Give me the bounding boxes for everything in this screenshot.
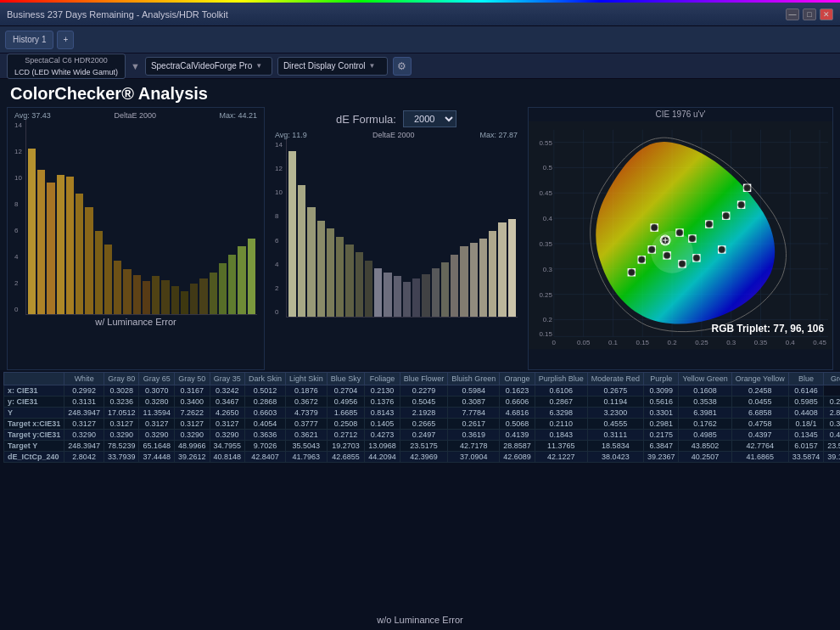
chart-right-bar bbox=[451, 255, 458, 317]
table-cell: 0.1876 bbox=[286, 385, 328, 397]
chart-left-bar bbox=[199, 278, 207, 314]
chart-right-bars bbox=[286, 139, 518, 318]
table-cell: 0.1623 bbox=[500, 385, 535, 397]
display-control-dropdown[interactable]: Direct Display Control ▼ bbox=[277, 57, 388, 76]
history-button[interactable]: History 1 bbox=[5, 31, 53, 49]
chart-right-de: DeltaE 2000 bbox=[372, 131, 415, 139]
table-cell: 6.3847 bbox=[643, 441, 679, 452]
chart-right-bar bbox=[317, 221, 325, 317]
table-cell: 28.8587 bbox=[500, 441, 535, 452]
table-cell: 42.6089 bbox=[500, 452, 535, 463]
table-header: Foliage bbox=[365, 373, 400, 385]
svg-point-41 bbox=[723, 212, 730, 219]
table-cell: 248.3947 bbox=[64, 408, 104, 419]
svg-point-39 bbox=[689, 235, 696, 242]
de-formula-label: dE Formula: bbox=[336, 113, 396, 126]
chart-left-bar bbox=[28, 149, 36, 314]
table-cell: 0.2175 bbox=[643, 430, 679, 441]
table-header: Gray 35 bbox=[210, 373, 245, 385]
table-cell: 0.3127 bbox=[104, 419, 139, 430]
table-cell: 41.7963 bbox=[286, 452, 328, 463]
table-cell: 6.3981 bbox=[679, 408, 731, 419]
chart-right-bar bbox=[384, 273, 391, 317]
svg-text:0.2: 0.2 bbox=[543, 316, 553, 323]
table-header: Orange bbox=[500, 373, 535, 385]
spectracal-dropdown[interactable]: SpectaCal C6 HDR2000 LCD (LED White Wide… bbox=[7, 53, 126, 79]
table-cell: 0.3167 bbox=[175, 385, 210, 397]
svg-point-45 bbox=[693, 255, 700, 262]
table-cell: 43.8502 bbox=[679, 441, 731, 452]
minimize-button[interactable]: — bbox=[786, 8, 799, 20]
table-cell: Y bbox=[4, 408, 64, 419]
settings-gear-button[interactable]: ⚙ bbox=[393, 57, 412, 76]
table-cell: 0.5045 bbox=[400, 397, 448, 408]
chart-right-bar bbox=[489, 231, 496, 317]
chart-left-bar bbox=[143, 281, 150, 314]
add-tab-button[interactable]: + bbox=[57, 31, 74, 49]
chart-right-bar bbox=[356, 252, 363, 317]
chart-right-bar bbox=[460, 246, 468, 317]
table-cell: 0.3290 bbox=[104, 430, 139, 441]
content-area: ColorChecker® Analysis Avg: 37.43 DeltaE… bbox=[0, 79, 840, 630]
videoforge-val: SpectraCalVideoForge Pro bbox=[151, 61, 252, 70]
chart-left-de: DeltaE 2000 bbox=[114, 111, 156, 120]
table-cell: 33.5874 bbox=[788, 452, 824, 463]
table-header bbox=[4, 373, 64, 385]
svg-text:0.25: 0.25 bbox=[539, 291, 552, 299]
chart-right-bar bbox=[498, 222, 506, 317]
videoforge-dropdown[interactable]: SpectraCalVideoForge Pro ▼ bbox=[145, 57, 272, 76]
chart-left: Avg: 37.43 DeltaE 2000 Max: 44.21 14 12 … bbox=[7, 107, 265, 370]
table-cell: 42.7178 bbox=[448, 441, 500, 452]
table-cell: 0.1608 bbox=[679, 385, 731, 397]
close-button[interactable]: ✕ bbox=[820, 8, 833, 20]
table-header: Blue bbox=[788, 373, 824, 385]
spectracal-label: SpectaCal C6 HDR2000 bbox=[25, 56, 108, 65]
chart-left-bars bbox=[25, 120, 257, 315]
table-cell: 0.5068 bbox=[500, 419, 535, 430]
chart-left-bar bbox=[210, 273, 217, 314]
table-cell: 78.5239 bbox=[104, 441, 139, 452]
table-cell: 0.4985 bbox=[679, 430, 731, 441]
chart-left-bar bbox=[76, 194, 83, 314]
table-cell: 0.4054 bbox=[245, 419, 286, 430]
table-cell: 48.9966 bbox=[175, 441, 210, 452]
table-cell: 4.7379 bbox=[286, 408, 328, 419]
table-cell: 9.7026 bbox=[245, 441, 286, 452]
table-header: Light Skin bbox=[286, 373, 328, 385]
table-cell: 0.4555 bbox=[587, 419, 643, 430]
table-cell: Target x:CIE31 bbox=[4, 419, 64, 430]
table-cell: 0.4758 bbox=[731, 419, 788, 430]
svg-text:0.15: 0.15 bbox=[539, 330, 552, 338]
table-row: Target Y248.394778.523965.164848.996634.… bbox=[4, 441, 841, 452]
table-header: Purplish Blue bbox=[535, 373, 587, 385]
chart-left-bar bbox=[57, 175, 64, 314]
table-cell: 0.3127 bbox=[210, 419, 245, 430]
table-cell: 0.3290 bbox=[64, 430, 104, 441]
table-cell: 0.3070 bbox=[139, 385, 175, 397]
chart-left-bar bbox=[85, 207, 92, 314]
table-cell: Target y:CIE31 bbox=[4, 430, 64, 441]
table-cell: 39.1457 bbox=[824, 452, 840, 463]
table-row: Y248.394717.051211.35947.26224.26500.660… bbox=[4, 408, 841, 419]
de-formula-select[interactable]: 2000 bbox=[403, 110, 456, 127]
table-cell: 11.3594 bbox=[139, 408, 175, 419]
svg-text:0.1: 0.1 bbox=[608, 339, 619, 346]
table-cell: 37.0904 bbox=[448, 452, 500, 463]
table-row: dE_ICtCp_2402.804233.793937.444839.26124… bbox=[4, 452, 841, 463]
chart-left-bar bbox=[171, 286, 179, 314]
chart-left-bar bbox=[248, 239, 255, 314]
chart-right-bar bbox=[479, 239, 487, 317]
cie-title: CIE 1976 u'v' bbox=[529, 108, 832, 121]
table-cell: 2.8362 bbox=[824, 408, 840, 419]
svg-point-38 bbox=[676, 229, 683, 236]
table-cell: 0.3467 bbox=[210, 397, 245, 408]
title-bar: Business 237 Days Remaining - Analysis/H… bbox=[0, 3, 840, 26]
svg-text:0.35: 0.35 bbox=[754, 339, 768, 346]
table-cell: 0.4955 bbox=[824, 430, 840, 441]
table-cell: 6.3298 bbox=[535, 408, 587, 419]
table-cell: 0.3619 bbox=[448, 430, 500, 441]
chart-left-bar bbox=[114, 261, 121, 314]
maximize-button[interactable]: □ bbox=[803, 8, 816, 20]
svg-text:0.35: 0.35 bbox=[539, 240, 552, 248]
table-cell: 4.2650 bbox=[210, 408, 245, 419]
